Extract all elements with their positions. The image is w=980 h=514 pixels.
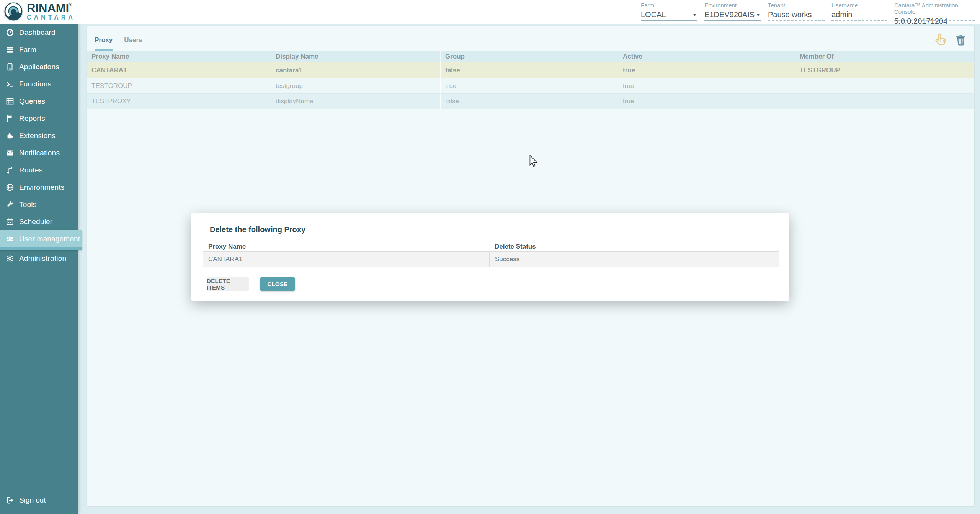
hand-pointer-icon[interactable] [933, 33, 947, 47]
cell-member-of: TESTGROUP [795, 62, 974, 78]
table-toolbar [933, 33, 968, 47]
delete-status-table: Proxy Name Delete Status CANTARA1 Succes… [203, 242, 779, 267]
tenant-label: Tenant [768, 2, 825, 8]
tenant-field[interactable]: Tenant Pause works [768, 2, 825, 21]
brand-title: RINAMI [27, 2, 69, 15]
sign-out-label: Sign out [19, 496, 46, 504]
table-row[interactable]: TESTPROXY displayName false true [87, 94, 974, 109]
sidebar-item-label: Tools [19, 200, 36, 209]
delete-items-button[interactable]: DELETE ITEMS [207, 277, 249, 291]
sidebar-item-tools[interactable]: Tools [0, 196, 78, 213]
sidebar-item-label: Functions [19, 80, 51, 88]
column-header-proxy-name[interactable]: Proxy Name [87, 51, 271, 62]
sidebar-item-label: Queries [19, 97, 45, 106]
console-version-value: 5.0.0.20171204 [894, 17, 975, 26]
cell-member-of [795, 94, 974, 109]
top-header-bar: RINAMI® CANTARA Farm LOCAL ▼ Environment… [0, 0, 980, 24]
column-header-proxy-name: Proxy Name [203, 242, 489, 251]
cell-member-of [795, 78, 974, 93]
sidebar-nav: Dashboard Farm Applications Functions Qu… [0, 24, 78, 514]
sidebar-item-user-management[interactable]: User management [0, 230, 82, 250]
chevron-down-icon: ▼ [756, 13, 760, 17]
delete-proxy-dialog: Delete the following Proxy Proxy Name De… [191, 213, 789, 301]
sidebar-item-extensions[interactable]: Extensions [0, 127, 78, 144]
environment-label: Environment [704, 2, 761, 8]
username-field[interactable]: Username admin [831, 2, 887, 21]
dialog-title: Delete the following Proxy [210, 225, 305, 234]
cell-group: true [440, 78, 618, 93]
farm-select[interactable]: Farm LOCAL ▼ [641, 2, 697, 21]
sidebar-item-label: Environments [19, 183, 65, 192]
column-header-group[interactable]: Group [440, 51, 618, 62]
cell-proxy-name: TESTPROXY [87, 94, 271, 109]
sidebar-item-environments[interactable]: Environments [0, 179, 78, 196]
cell-proxy-name: CANTARA1 [87, 62, 271, 78]
sidebar-item-scheduler[interactable]: Scheduler [0, 213, 78, 230]
tab-users[interactable]: Users [124, 36, 142, 51]
sidebar-item-label: Scheduler [19, 218, 52, 226]
cell-delete-status: Success [489, 252, 779, 267]
gear-icon [6, 254, 14, 263]
sidebar-item-label: Administration [19, 254, 66, 263]
chevron-down-icon: ▼ [693, 13, 697, 17]
username-value: admin [831, 10, 887, 19]
column-header-delete-status: Delete Status [489, 242, 779, 251]
close-button[interactable]: CLOSE [260, 277, 295, 291]
cell-display-name: displayName [271, 94, 440, 109]
proxy-table-header: Proxy Name Display Name Group Active Mem… [87, 51, 974, 62]
sidebar-item-label: Applications [19, 63, 59, 71]
calendar-icon [6, 218, 14, 226]
table-row-selected[interactable]: CANTARA1 cantara1 false true TESTGROUP [87, 62, 974, 78]
rinami-logo-icon [3, 1, 24, 22]
sidebar-item-label: Notifications [19, 149, 60, 157]
sidebar-item-farm[interactable]: Farm [0, 41, 78, 58]
cell-proxy-name: CANTARA1 [203, 252, 489, 267]
dashboard-icon [6, 28, 14, 37]
proxy-table: Proxy Name Display Name Group Active Mem… [87, 51, 974, 109]
column-header-display-name[interactable]: Display Name [271, 51, 440, 62]
sidebar-item-queries[interactable]: Queries [0, 93, 78, 110]
cell-display-name: cantara1 [271, 62, 440, 78]
flag-icon [6, 114, 14, 123]
cell-group: false [440, 62, 618, 78]
puzzle-icon [6, 132, 14, 140]
cell-active: true [618, 94, 795, 109]
tab-bar: Proxy Users [95, 36, 154, 51]
console-label: Cantara™ Administration Console [894, 2, 975, 15]
cell-active: true [618, 78, 795, 93]
cell-proxy-name: TESTGROUP [87, 78, 271, 93]
farm-value: LOCAL [641, 10, 697, 19]
brand-logo: RINAMI® CANTARA [3, 1, 75, 22]
sign-out-button[interactable]: Sign out [0, 492, 78, 509]
cell-group: false [440, 94, 618, 109]
users-group-icon [6, 235, 14, 243]
tab-proxy[interactable]: Proxy [95, 36, 113, 51]
column-header-active[interactable]: Active [618, 51, 795, 62]
sidebar-item-label: Routes [19, 166, 42, 174]
tablet-icon [6, 63, 14, 71]
tenant-value: Pause works [768, 10, 825, 19]
sidebar-item-label: Dashboard [19, 28, 56, 37]
registered-mark: ® [69, 2, 72, 7]
environment-select[interactable]: Environment E1DEV920AIS ▼ [704, 2, 761, 21]
terminal-icon [6, 80, 14, 88]
brand-wordmark: RINAMI® CANTARA [27, 2, 75, 21]
cell-active: true [618, 62, 795, 78]
brand-subtitle: CANTARA [27, 15, 75, 21]
route-branch-icon [6, 166, 14, 174]
header-context-fields: Farm LOCAL ▼ Environment E1DEV920AIS ▼ T… [634, 2, 975, 21]
sidebar-item-dashboard[interactable]: Dashboard [0, 24, 78, 41]
username-label: Username [831, 2, 887, 8]
console-version-field: Cantara™ Administration Console 5.0.0.20… [894, 2, 975, 21]
sidebar-item-notifications[interactable]: Notifications [0, 144, 78, 161]
envelope-icon [6, 149, 14, 157]
sidebar-item-routes[interactable]: Routes [0, 161, 78, 179]
sidebar-item-applications[interactable]: Applications [0, 58, 78, 75]
trash-icon[interactable] [954, 33, 968, 47]
farm-label: Farm [641, 2, 697, 8]
column-header-member-of[interactable]: Member Of [795, 51, 974, 62]
sidebar-item-administration[interactable]: Administration [0, 250, 78, 267]
sidebar-item-functions[interactable]: Functions [0, 75, 78, 93]
sidebar-item-reports[interactable]: Reports [0, 110, 78, 127]
table-row[interactable]: TESTGROUP testgroup true true [87, 78, 974, 94]
